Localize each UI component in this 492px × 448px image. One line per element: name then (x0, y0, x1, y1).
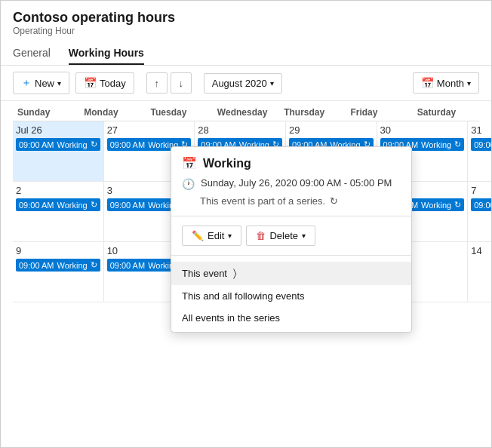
edit-button-label: Edit (208, 230, 224, 241)
view-selector[interactable]: 📅 Month ▾ (413, 72, 479, 94)
popup-divider (171, 216, 411, 216)
date-aug14: 14 (471, 245, 492, 256)
cal-cell-jul26[interactable]: Jul 26 09:00 AM Working ↻ (13, 121, 104, 182)
app-title: Contoso operating hours (13, 10, 479, 26)
day-header-tue: Tuesday (146, 104, 213, 121)
popup-series-row: This event is part of a series. ↻ (171, 192, 411, 213)
menu-item-all-label: All events in the series (182, 312, 280, 324)
popup-title: Working (203, 157, 251, 170)
cursor-icon: 〉 (233, 267, 237, 279)
event-time: 09:00 AM (19, 140, 54, 149)
event-time: 09:00 AM (110, 140, 145, 149)
cal-cell-aug9[interactable]: 9 09:00 AM Working ↻ (13, 242, 104, 302)
event-time: 09:00 AM (19, 261, 54, 270)
event-name: Working (57, 261, 87, 270)
cal-cell-aug14[interactable]: 14 (468, 242, 492, 302)
day-header-wed: Wednesday (213, 104, 279, 121)
delete-button-label: Delete (269, 230, 298, 241)
month-label-text: August 2020 (212, 78, 267, 89)
calendar-icon: 📅 (84, 77, 97, 89)
date-jul26: Jul 26 (16, 124, 100, 136)
popup-divider2 (171, 255, 411, 256)
cal-cell-jul31[interactable]: 31 09:00 AM Working ↻ (468, 121, 492, 182)
clock-icon: 🕐 (182, 178, 195, 190)
recur-series-icon: ↻ (330, 195, 338, 207)
pencil-icon: ✏️ (192, 230, 204, 241)
today-button-label: Today (100, 78, 126, 89)
month-chevron-icon: ▾ (270, 79, 274, 87)
popup-header: 📅 Working (171, 147, 411, 175)
day-header-sat: Saturday (413, 104, 479, 121)
event-name: Working (57, 201, 87, 210)
month-selector[interactable]: August 2020 ▾ (204, 73, 282, 94)
popup-series-text: This event is part of a series. (200, 195, 325, 207)
date-jul27: 27 (107, 124, 192, 136)
event-time: 09:00 AM (474, 140, 492, 149)
new-button-label: New (35, 78, 54, 89)
event-name: Working (421, 201, 451, 210)
tab-general[interactable]: General (13, 42, 51, 65)
toolbar: ＋ New ▾ 📅 Today ↑ ↓ August 2020 ▾ 📅 Mont… (1, 66, 491, 101)
tab-working-hours[interactable]: Working Hours (69, 42, 144, 65)
date-aug9: 9 (16, 245, 100, 256)
view-chevron-icon: ▾ (467, 79, 471, 87)
delete-chevron-icon: ▾ (302, 232, 306, 240)
event-name: Working (57, 140, 87, 149)
event-time: 09:00 AM (110, 261, 145, 270)
day-headers: Sunday Monday Tuesday Wednesday Thursday… (13, 101, 479, 121)
event-popup: 📅 Working 🕐 Sunday, July 26, 2020 09:00 … (171, 146, 412, 333)
date-jul31: 31 (471, 124, 492, 136)
recur-icon: ↻ (91, 140, 97, 149)
date-aug7: 7 (471, 185, 492, 196)
event-aug7[interactable]: 09:00 AM Working ↻ (471, 198, 492, 211)
event-aug9[interactable]: 09:00 AM Working ↻ (16, 259, 100, 272)
edit-dropdown-menu: This event 〉 This and all following even… (171, 259, 411, 332)
date-jul29: 29 (289, 124, 374, 136)
next-button[interactable]: ↓ (171, 72, 192, 94)
popup-actions: ✏️ Edit ▾ 🗑 Delete ▾ (171, 219, 411, 252)
prev-button[interactable]: ↑ (146, 72, 168, 94)
date-jul30: 30 (380, 124, 465, 136)
delete-button[interactable]: 🗑 Delete ▾ (246, 226, 315, 246)
cal-cell-aug2[interactable]: 2 09:00 AM Working ↻ (13, 182, 104, 242)
popup-datetime: Sunday, July 26, 2020 09:00 AM - 05:00 P… (201, 177, 392, 189)
event-jul31[interactable]: 09:00 AM Working ↻ (471, 138, 492, 151)
menu-item-this-event-label: This event (182, 268, 227, 279)
menu-item-all-events[interactable]: All events in the series (171, 307, 411, 329)
menu-item-following-label: This and all following events (182, 290, 305, 302)
edit-button[interactable]: ✏️ Edit ▾ (182, 226, 241, 246)
app-header: Contoso operating hours Operating Hour G… (1, 1, 491, 66)
app-subtitle: Operating Hour (13, 26, 479, 36)
new-chevron-icon: ▾ (57, 79, 61, 87)
plus-icon: ＋ (21, 76, 32, 90)
popup-datetime-row: 🕐 Sunday, July 26, 2020 09:00 AM - 05:00… (171, 175, 411, 192)
today-button[interactable]: 📅 Today (75, 72, 134, 94)
tab-bar: General Working Hours (13, 42, 479, 65)
cal-cell-aug7[interactable]: 7 09:00 AM Working ↻ (468, 182, 492, 242)
recur-icon: ↻ (454, 140, 461, 149)
date-aug2: 2 (16, 185, 100, 196)
edit-chevron-icon: ▾ (228, 232, 232, 240)
recur-icon: ↻ (454, 200, 461, 210)
nav-controls: ↑ ↓ (146, 72, 192, 94)
event-time: 09:00 AM (110, 201, 145, 210)
new-button[interactable]: ＋ New ▾ (13, 72, 69, 94)
day-header-sun: Sunday (13, 104, 79, 121)
menu-item-this-and-following[interactable]: This and all following events (171, 285, 411, 307)
event-aug2[interactable]: 09:00 AM Working ↻ (16, 198, 100, 211)
event-time: 09:00 AM (474, 201, 492, 210)
recur-icon: ↻ (91, 200, 97, 210)
view-calendar-icon: 📅 (421, 77, 434, 89)
day-header-thu: Thursday (279, 104, 346, 121)
app-container: Contoso operating hours Operating Hour G… (1, 1, 491, 302)
popup-calendar-icon: 📅 (182, 156, 197, 170)
day-header-mon: Monday (79, 104, 146, 121)
trash-icon: 🗑 (256, 230, 266, 241)
day-header-fri: Friday (346, 104, 412, 121)
event-time: 09:00 AM (19, 201, 54, 210)
menu-item-this-event[interactable]: This event 〉 (171, 262, 411, 285)
date-jul28: 28 (198, 124, 282, 136)
event-jul26[interactable]: 09:00 AM Working ↻ (16, 138, 100, 151)
view-label: Month (437, 78, 464, 89)
calendar-area: Sunday Monday Tuesday Wednesday Thursday… (1, 101, 491, 302)
